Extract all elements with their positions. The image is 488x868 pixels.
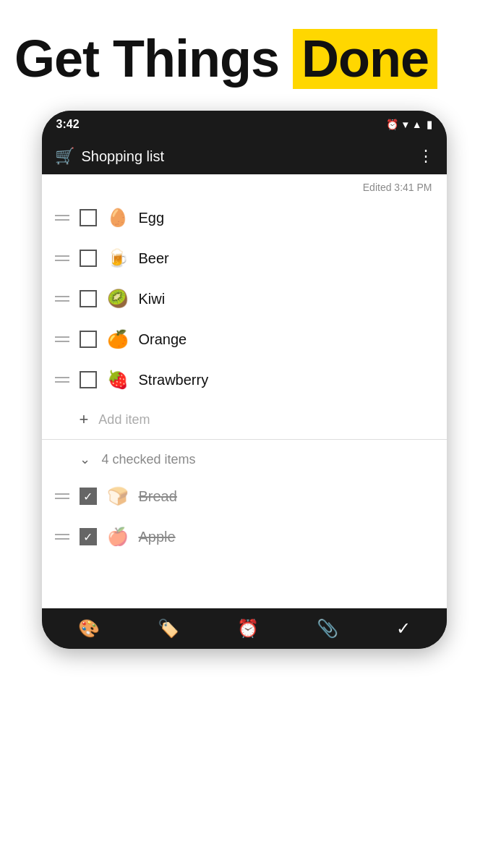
content-area: Edited 3:41 PM 🥚 Egg 🍺 Beer [42,174,447,608]
checkbox-orange[interactable] [80,331,97,348]
checked-count: 4 checked items [102,452,196,467]
drag-handle-kiwi[interactable] [55,296,69,302]
phone-frame: 3:42 ⏰ ▾ ▲ ▮ 🛒 Shopping list ⋮ Edited 3:… [42,111,447,649]
clock-icon[interactable]: ⏰ [237,618,259,639]
signal-icon: ▲ [412,119,422,130]
checked-section-header[interactable]: ⌄ 4 checked items [42,440,447,476]
attachment-icon[interactable]: 📎 [317,618,338,639]
headline: Get Things Done [14,29,474,89]
add-item-button[interactable]: + Add item [42,400,447,439]
emoji-bread: 🍞 [107,486,129,506]
label-beer: Beer [139,250,169,267]
headline-done: Done [293,29,437,89]
list-item: 🍓 Strawberry [49,359,440,400]
plus-icon: + [80,410,89,429]
alarm-icon: ⏰ [386,119,398,130]
list-item-bread: ✓ 🍞 Bread [49,476,440,516]
app-title: Shopping list [82,148,165,165]
chevron-down-icon: ⌄ [80,451,90,467]
label-egg: Egg [139,210,165,226]
add-item-label: Add item [98,412,150,427]
cart-icon: 🛒 [55,147,74,166]
label-strawberry: Strawberry [139,372,209,388]
app-bar: 🛒 Shopping list ⋮ [42,138,447,174]
palette-icon[interactable]: 🎨 [78,618,100,639]
emoji-orange: 🍊 [107,329,129,349]
emoji-kiwi: 🥝 [107,289,129,309]
emoji-apple: 🍎 [107,527,129,547]
more-menu-button[interactable]: ⋮ [418,147,434,166]
page-header: Get Things Done [0,0,488,111]
bottom-nav: 🎨 🏷️ ⏰ 📎 ✓ [42,608,447,649]
list-item: 🍺 Beer [49,238,440,278]
battery-icon: ▮ [427,119,432,130]
wifi-icon: ▾ [403,119,408,130]
label-bread: Bread [139,488,177,505]
emoji-egg: 🥚 [107,208,129,228]
drag-handle-orange[interactable] [55,336,69,342]
checkbox-strawberry[interactable] [80,371,97,388]
checkbox-beer[interactable] [80,250,97,267]
drag-handle-bread[interactable] [55,493,69,499]
checkbox-apple[interactable]: ✓ [80,528,97,545]
headline-text: Get Things [14,30,293,88]
tag-icon[interactable]: 🏷️ [158,618,179,639]
status-time: 3:42 [56,118,80,131]
emoji-beer: 🍺 [107,248,129,268]
checkbox-bread[interactable]: ✓ [80,488,97,505]
status-icons: ⏰ ▾ ▲ ▮ [386,119,432,130]
list-item-apple: ✓ 🍎 Apple [49,516,440,557]
list-item: 🥝 Kiwi [49,278,440,319]
drag-handle-egg[interactable] [55,215,69,221]
list-item: 🥚 Egg [49,197,440,238]
check-icon[interactable]: ✓ [396,618,411,639]
status-bar: 3:42 ⏰ ▾ ▲ ▮ [42,111,447,138]
label-apple: Apple [139,529,176,545]
edit-timestamp: Edited 3:41 PM [42,174,447,197]
emoji-strawberry: 🍓 [107,370,129,390]
unchecked-list: 🥚 Egg 🍺 Beer 🥝 Kiwi [42,197,447,400]
label-kiwi: Kiwi [139,291,166,307]
checkbox-egg[interactable] [80,209,97,226]
checked-list: ✓ 🍞 Bread ✓ 🍎 Apple [42,476,447,557]
drag-handle-strawberry[interactable] [55,377,69,383]
label-orange: Orange [139,331,187,348]
list-item: 🍊 Orange [49,319,440,359]
checkbox-kiwi[interactable] [80,290,97,307]
drag-handle-beer[interactable] [55,255,69,261]
app-title-group: 🛒 Shopping list [55,147,165,166]
drag-handle-apple[interactable] [55,534,69,540]
